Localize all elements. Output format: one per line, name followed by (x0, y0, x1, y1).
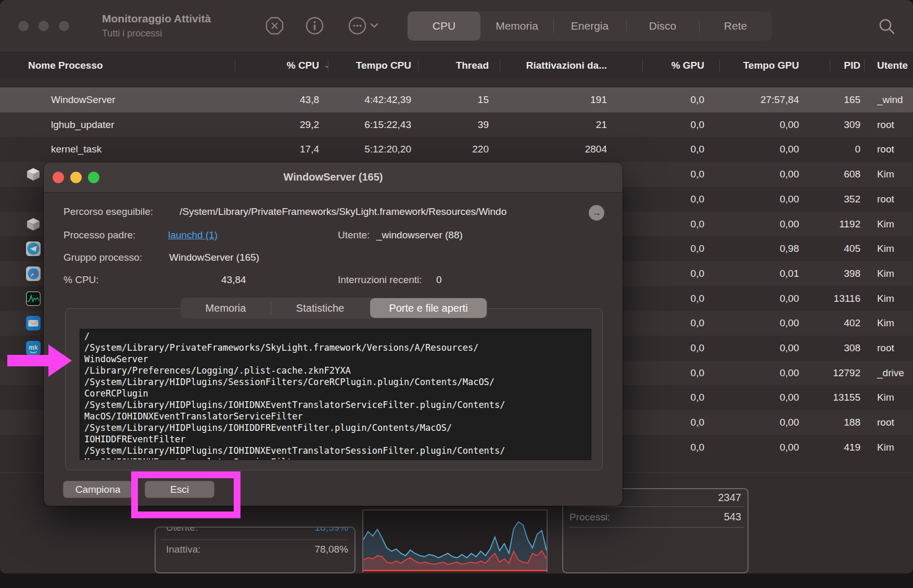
mail-icon (26, 316, 41, 330)
process-icon (26, 291, 41, 306)
tab-energia[interactable]: Energia (553, 11, 626, 41)
column-divider (642, 59, 643, 72)
stats-divider (161, 540, 348, 540)
column-divider (864, 59, 865, 72)
cpu-load-stats-box: Utente: 18,59% Inattiva: 78,08% (155, 527, 356, 573)
minimize-window-button[interactable] (39, 21, 49, 31)
column-divider (830, 59, 830, 72)
dialog-titlebar: WindowServer (165) (44, 162, 623, 193)
cell-user: Kim (877, 286, 913, 311)
cell-pid: 352 (782, 187, 860, 212)
cell-time: 6:15:22,43 (333, 112, 411, 137)
telegram-icon (26, 241, 41, 256)
info-icon[interactable] (305, 16, 324, 35)
app-subtitle: Tutti i processi (102, 28, 162, 39)
cell-pid: 1192 (782, 212, 860, 237)
cell-threads: 15 (411, 87, 489, 112)
process-row[interactable]: lghub_updater29,26:15:22,4339210,00,0030… (0, 112, 913, 137)
cell-gpu: 0,0 (626, 361, 704, 386)
tab-memoria-detail[interactable]: Memoria (181, 298, 271, 318)
reveal-path-button[interactable]: → (589, 205, 604, 221)
more-options-icon[interactable] (348, 16, 381, 35)
cell-gpu: 0,0 (626, 410, 704, 435)
tab-memoria[interactable]: Memoria (480, 11, 553, 41)
parent-process-link[interactable]: launchd (1) (168, 229, 218, 241)
tab-cpu[interactable]: CPU (408, 11, 480, 41)
cpu-history-chart (362, 509, 548, 572)
processes-label: Processi: (569, 507, 610, 527)
table-header: Nome Processo % CPU ⌄ Tempo CPU Thread R… (0, 53, 913, 78)
cell-gpu: 0,0 (626, 112, 704, 137)
generic-cube-icon (26, 167, 41, 182)
cell-pid: 0 (782, 137, 860, 162)
processes-count-value: 543 (724, 507, 741, 527)
cell-user: root (877, 187, 913, 212)
column-divider (235, 59, 235, 72)
zoom-window-button[interactable] (59, 21, 69, 31)
cell-user: root (877, 410, 913, 435)
cell-user: Kim (877, 236, 913, 261)
screen: Monitoraggio Attività Tutti i processi (0, 0, 913, 588)
stop-process-icon[interactable] (265, 16, 284, 35)
process-row[interactable]: WindowServer43,84:42:42,39151910,027:57,… (0, 87, 913, 112)
column-divider (500, 59, 500, 72)
col-header-wakeups[interactable]: Riattivazioni da... (503, 53, 607, 78)
cell-gpu: 0,0 (626, 187, 704, 212)
segment-divider (271, 302, 271, 314)
open-files-list[interactable]: / /System/Library/PrivateFrameworks/SkyL… (80, 329, 591, 460)
col-header-name[interactable]: Nome Processo (28, 53, 103, 78)
cell-wakeups: 21 (503, 112, 607, 137)
user-cpu-value: 18,59% (315, 527, 348, 534)
cell-gpu: 0,0 (626, 336, 704, 361)
tab-statistiche[interactable]: Statistiche (271, 298, 370, 318)
campiona-button[interactable]: Campiona (63, 481, 133, 498)
app-title: Monitoraggio Attività (102, 12, 211, 25)
cell-pid: 13116 (782, 286, 860, 311)
parent-process-label: Processo padre: (64, 229, 135, 241)
tab-rete[interactable]: Rete (699, 11, 772, 41)
path-label: Percorso eseguibile: (64, 206, 153, 218)
path-value: /System/Library/PrivateFrameworks/SkyLig… (180, 206, 586, 218)
dialog-cpu-label: % CPU: (64, 274, 99, 286)
tab-porte-file-aperti[interactable]: Porte e file aperti (370, 298, 487, 318)
generic-cube-icon (26, 217, 41, 232)
view-tabs: CPU Memoria Energia Disco Rete (408, 11, 772, 41)
cell-gpu: 0,0 (626, 137, 704, 162)
cell-pid: 308 (782, 336, 860, 361)
cell-user: Kim (877, 212, 913, 237)
column-divider (328, 59, 328, 72)
cell-gpu: 0,0 (626, 435, 704, 460)
threads-count-value: 2347 (718, 489, 742, 506)
cell-cpu: 17,4 (220, 137, 319, 162)
interrupts-label: Interruzioni recenti: (338, 274, 422, 286)
col-header-pid[interactable]: PID (782, 53, 860, 78)
process-group-value: WindowServer (165) (169, 252, 259, 263)
idle-cpu-label: Inattiva: (166, 542, 201, 557)
dialog-user-value: _windowserver (88) (376, 229, 463, 241)
close-window-button[interactable] (18, 21, 29, 31)
search-icon[interactable] (878, 17, 896, 36)
col-header-threads[interactable]: Thread (411, 53, 489, 78)
dialog-tabs: Memoria Statistiche Porte e file aperti (181, 298, 488, 318)
col-header-cputime[interactable]: Tempo CPU (333, 53, 411, 78)
column-divider (418, 59, 419, 72)
segment-divider (626, 19, 627, 33)
tab-disco[interactable]: Disco (626, 11, 699, 41)
cell-pid: 309 (782, 112, 860, 137)
cell-user: root (877, 112, 913, 137)
col-header-gpu[interactable]: % GPU (626, 53, 704, 78)
cell-gpu: 0,0 (626, 385, 704, 410)
cell-cpu: 29,2 (220, 112, 319, 137)
cell-pid: 402 (782, 311, 860, 336)
col-header-user[interactable]: Utente (877, 53, 908, 78)
cell-gpu: 0,0 (626, 311, 704, 336)
cell-user: _wind (877, 87, 913, 112)
cell-pid: 12792 (782, 361, 860, 386)
cell-threads: 39 (411, 112, 489, 137)
process-row[interactable]: kernel_task17,45:12:20,2022028040,00,000… (0, 137, 913, 162)
cell-pid: 608 (782, 162, 860, 187)
process-group-label: Gruppo processo: (64, 252, 142, 263)
dialog-cpu-value: 43,84 (221, 274, 246, 286)
cell-user: Kim (877, 385, 913, 410)
cell-name: WindowServer (51, 87, 207, 112)
